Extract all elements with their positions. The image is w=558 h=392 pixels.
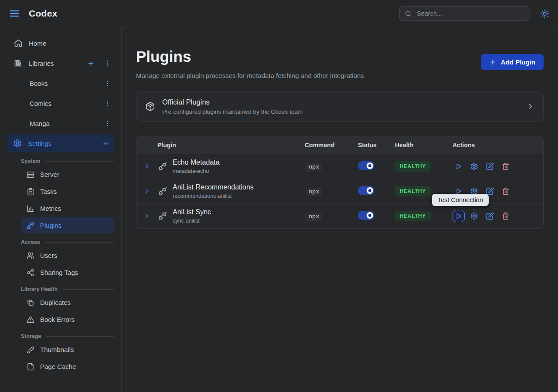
sidebar-item-home[interactable]: Home	[4, 34, 117, 52]
configure-button[interactable]	[468, 210, 480, 222]
sidebar: Home Libraries Books Comics Manga Settin…	[0, 27, 122, 392]
libraries-kebab-icon[interactable]	[102, 58, 112, 68]
column-header-plugin: Plugin	[157, 142, 305, 149]
official-plugins-title: Official Plugins	[162, 98, 303, 106]
health-badge: HEALTHY	[395, 161, 431, 172]
sidebar-item-settings[interactable]: Settings	[7, 134, 114, 152]
official-plugins-subtitle: Pre-configured plugins maintained by the…	[162, 108, 303, 115]
sidebar-item-page-cache[interactable]: Page Cache	[21, 358, 114, 375]
plug-icon	[158, 187, 167, 196]
sidebar-item-books[interactable]: Books	[4, 74, 117, 92]
expand-row-button[interactable]	[136, 179, 157, 203]
column-header-health: Health	[395, 142, 453, 149]
sidebar-item-label: Duplicates	[40, 299, 71, 306]
package-icon	[145, 101, 155, 112]
official-plugins-card[interactable]: Official Plugins Pre-configured plugins …	[136, 91, 544, 122]
search-bar[interactable]	[399, 6, 530, 21]
sidebar-item-manga[interactable]: Manga	[4, 114, 117, 132]
sidebar-item-metrics[interactable]: Metrics	[21, 200, 114, 216]
comics-kebab-icon[interactable]	[102, 98, 112, 108]
plugin-command: npx	[306, 188, 322, 196]
expand-row-button[interactable]	[136, 204, 157, 228]
test-connection-button[interactable]	[453, 160, 465, 172]
add-plugin-button[interactable]: Add Plugin	[481, 54, 544, 70]
sidebar-section-storage: Storage	[21, 333, 114, 339]
sidebar-item-label: Plugins	[40, 222, 61, 229]
page-subtitle: Manage external plugin processes for met…	[136, 72, 364, 79]
sidebar-item-label: Tasks	[40, 188, 57, 195]
sidebar-item-users[interactable]: Users	[21, 247, 114, 264]
sidebar-item-duplicates[interactable]: Duplicates	[21, 294, 114, 311]
plug-icon	[27, 222, 34, 230]
edit-button[interactable]	[484, 160, 496, 172]
plugin-name: AniList Sync	[173, 208, 211, 216]
column-header-actions: Actions	[453, 142, 543, 149]
menu-icon[interactable]	[7, 6, 22, 21]
sidebar-item-comics[interactable]: Comics	[4, 94, 117, 112]
table-row: Echo Metadata metadata-echo npx HEALTHY	[136, 154, 543, 179]
sidebar-item-label: Page Cache	[40, 363, 76, 370]
column-header-command: Command	[305, 142, 358, 149]
search-input[interactable]	[416, 10, 525, 17]
plugins-table: Plugin Command Status Health Actions Ech…	[136, 136, 544, 229]
sidebar-item-thumbnails[interactable]: Thumbnails	[21, 341, 114, 358]
sidebar-item-label: Books	[30, 80, 48, 87]
edit-button[interactable]	[484, 210, 496, 222]
sidebar-item-plugins[interactable]: Plugins	[21, 217, 114, 233]
theme-toggle-sun-icon[interactable]	[538, 7, 551, 20]
file-icon	[27, 363, 34, 371]
plugin-slug: sync-anilist	[173, 218, 211, 224]
table-header-row: Plugin Command Status Health Actions	[136, 136, 543, 154]
plugin-slug: metadata-echo	[173, 168, 220, 174]
main-content: Plugins Manage external plugin processes…	[122, 27, 558, 392]
add-library-plus-icon[interactable]	[85, 58, 96, 68]
copy-icon	[27, 299, 34, 307]
table-row: AniList Sync sync-anilist npx HEALTHY	[136, 204, 543, 229]
test-connection-button[interactable]	[453, 210, 465, 222]
books-kebab-icon[interactable]	[102, 78, 112, 88]
plug-icon	[158, 212, 167, 220]
column-header-status: Status	[358, 142, 395, 149]
gear-icon	[13, 139, 22, 148]
sidebar-item-label: Home	[29, 40, 46, 47]
status-toggle[interactable]	[358, 186, 374, 195]
sidebar-item-server[interactable]: Server	[21, 166, 114, 182]
sidebar-section-library-health: Library Health	[21, 286, 114, 292]
configure-button[interactable]	[468, 160, 480, 172]
delete-button[interactable]	[500, 160, 512, 172]
plug-icon	[158, 162, 167, 171]
plugin-command: npx	[306, 213, 322, 221]
chevron-right-icon	[527, 102, 534, 110]
home-icon	[14, 39, 23, 47]
sidebar-item-book-errors[interactable]: Book Errors	[21, 311, 114, 328]
plugin-name: Echo Metadata	[173, 159, 220, 166]
sidebar-item-label: Libraries	[29, 60, 54, 67]
sidebar-item-label: Book Errors	[40, 316, 75, 323]
bar-chart-icon	[27, 205, 34, 213]
topbar: Codex	[0, 0, 558, 27]
status-toggle[interactable]	[358, 161, 374, 170]
sidebar-section-system: System	[21, 158, 114, 164]
sidebar-item-label: Settings	[28, 140, 51, 147]
server-icon	[27, 171, 34, 179]
health-badge: HEALTHY	[395, 211, 431, 221]
sidebar-item-label: Manga	[30, 120, 50, 127]
test-connection-tooltip: Test Connection	[432, 194, 489, 206]
sidebar-item-sharing-tags[interactable]: Sharing Tags	[21, 264, 114, 280]
page-title: Plugins	[136, 47, 364, 66]
sidebar-item-libraries[interactable]: Libraries	[4, 54, 117, 72]
health-badge: HEALTHY	[395, 186, 431, 196]
sidebar-item-label: Comics	[30, 100, 51, 107]
delete-button[interactable]	[500, 185, 512, 197]
plugin-name: AniList Recommendations	[173, 183, 254, 191]
status-toggle[interactable]	[358, 211, 374, 220]
users-icon	[27, 252, 34, 260]
sidebar-item-tasks[interactable]: Tasks	[21, 183, 114, 199]
sidebar-item-label: Sharing Tags	[40, 269, 78, 276]
expand-row-button[interactable]	[136, 154, 157, 179]
plugin-slug: recommendations-anilist	[173, 193, 254, 199]
manga-kebab-icon[interactable]	[102, 118, 112, 128]
library-icon	[14, 59, 23, 68]
delete-button[interactable]	[500, 210, 512, 222]
paintbrush-icon	[27, 346, 34, 354]
